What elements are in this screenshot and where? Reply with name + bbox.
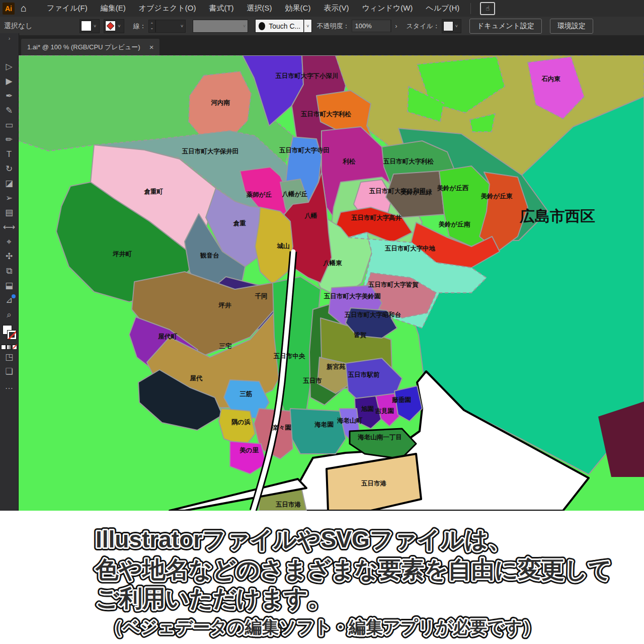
more-options-icon[interactable]: … [2,379,17,393]
map-label: 八幡 [304,212,318,219]
caption-line: IllustratorファイルやSVGファイルは、 [96,526,511,552]
map-label: 美鈴が丘緑 [400,188,432,196]
opacity-label: 不透明度： [317,22,350,31]
direct-selection-tool[interactable]: ▶ [2,74,17,89]
selection-tool[interactable]: ▷ [2,59,17,74]
selection-status: 選択なし [4,22,79,31]
touch-workspace-icon[interactable]: ☝ [480,2,495,15]
map-label: 五日市港 [275,501,301,508]
panel-collapse-edge[interactable]: › [0,33,19,55]
map-label: 海老山町 [337,417,363,424]
chevron-down-icon[interactable]: ˅ [241,24,248,29]
width-profile-value: Touch C... [269,22,300,30]
group-selection-tool[interactable]: ➢ [2,191,17,205]
none-button[interactable] [12,345,17,350]
zoom-tool[interactable]: ⌕ [2,307,17,322]
artboard-tool[interactable]: ⬓ [2,278,17,293]
rotate-tool[interactable]: ↻ [2,162,17,176]
map-label: 五日市駅前 [348,371,380,378]
menu-edit[interactable]: 編集(E) [101,4,126,13]
stroke-weight-stepper[interactable]: ⌃⌄ [148,20,156,33]
stroke-weight-label: 線： [133,22,146,31]
width-tool[interactable]: ⟷ [2,220,17,234]
map-label: 五日市町大字美鈴園 [324,292,381,300]
fill-swatch[interactable] [81,21,92,31]
type-tool[interactable]: T [2,147,17,162]
illustrator-logo[interactable]: Ai [3,3,15,15]
fill-stroke-indicator[interactable] [2,325,17,342]
gradient-button[interactable] [7,345,12,350]
map-label: 隅の浜 [231,419,251,426]
opacity-input[interactable]: 100% [352,20,391,32]
map-label: 河内南 [210,99,230,106]
screen-mode-button[interactable]: ❏ [2,364,17,379]
stroke-color-control[interactable]: ˅ [104,19,124,33]
tab-bar: › 1.ai* @ 100 % (RGB/CPU プレビュー) × [0,35,644,55]
eraser-tool[interactable]: ◪ [2,176,17,191]
map-label: 藤垂園 [391,396,411,404]
menu-window[interactable]: ウィンドウ(W) [362,4,413,13]
style-swatch[interactable] [443,21,453,31]
document-tab[interactable]: 1.ai* @ 100 % (RGB/CPU プレビュー) × [21,39,159,55]
map-label: 薬師が丘 [246,191,272,198]
fill-color-control[interactable]: ˅ [79,19,100,33]
menu-type[interactable]: 書式(T) [209,4,233,13]
menu-bar: Ai ⌂ ファイル(F)編集(E)オブジェクト(O)書式(T)選択(S)効果(C… [0,0,644,17]
map-label: 広島市西区 [519,208,595,224]
style-dropdown[interactable]: ˅ [442,19,461,33]
map-label: 城山 [277,243,290,250]
map-label: 倉重 [233,220,247,227]
brush-definition-dropdown[interactable]: ˅ [193,20,248,33]
map-label: 五日市町大字利松 [383,158,434,165]
map-label: 五日市中央 [273,353,305,360]
width-profile-chevron[interactable]: ˅ [304,19,311,33]
variable-width-profile-select[interactable]: Touch C... [255,19,304,33]
badge-dot [12,294,16,298]
map-label: 八幡東 [323,260,342,267]
region-ebien[interactable] [288,409,346,454]
home-icon[interactable]: ⌂ [21,3,27,14]
map-label: 五日市町大字中地 [384,245,436,252]
chevron-down-icon[interactable]: ˅ [453,24,460,29]
map-label: 美鈴が丘南 [438,220,470,228]
map-label: 観音台 [200,252,219,259]
menu-file[interactable]: ファイル(F) [47,4,88,13]
map-label: 利松 [343,158,356,165]
document-setup-button[interactable]: ドキュメント設定 [469,19,542,34]
artboard-canvas[interactable]: 五日市町大字下小深川河内南石内東五日市町大字利松五日市町大字保井田五日市町大字寺… [19,55,644,511]
menu-help[interactable]: ヘルプ(H) [426,4,459,13]
menu-view[interactable]: 表示(V) [324,4,349,13]
menu-effect[interactable]: 効果(C) [285,4,311,13]
curvature-tool[interactable]: ✎ [2,103,17,118]
map-label: 楽々園 [272,424,291,431]
chevron-down-icon[interactable]: ˅ [116,24,122,29]
chevron-down-icon[interactable]: ˅ [92,24,98,29]
gradient-tool[interactable]: ▤ [2,205,17,220]
pen-tool[interactable]: ✒ [2,89,17,103]
paintbrush-tool[interactable]: ✏ [2,132,17,147]
map-label: 新宮苑 [326,363,346,370]
map-label: 倉重町 [143,188,163,195]
opacity-more-button[interactable]: › [391,20,401,32]
menu-object[interactable]: オブジェクト(O) [139,4,196,13]
puppet-warp-tool[interactable]: ✣ [2,249,17,264]
menu-select[interactable]: 選択(S) [247,4,272,13]
map-label: 三宅 [219,343,232,350]
close-icon[interactable]: × [149,43,154,51]
stroke-swatch[interactable] [105,21,116,31]
district-map: 五日市町大字下小深川河内南石内東五日市町大字利松五日市町大字保井田五日市町大字寺… [19,55,644,511]
stroke-weight-dropdown[interactable]: ˅ [155,20,186,33]
stroke-indicator[interactable] [7,330,17,340]
shape-builder-tool[interactable]: ⧉ [2,264,17,278]
map-label: 五日市町大字皆賀 [368,281,419,288]
rectangle-tool[interactable]: ▭ [2,118,17,132]
map-label: 八幡が丘 [282,191,308,198]
preferences-button[interactable]: 環境設定 [550,19,593,34]
chevron-down-icon[interactable]: ˅ [179,24,185,29]
draw-mode-button[interactable]: ◳ [2,350,17,364]
caption-line: （ベジェデータの編集ソフト・編集アプリが必要です） [106,617,539,636]
eyedropper-tool[interactable]: ⌖ [2,234,17,249]
perspective-grid-tool[interactable]: ⊿ [2,293,17,307]
menu-divider [470,3,471,14]
color-button[interactable] [1,345,6,350]
